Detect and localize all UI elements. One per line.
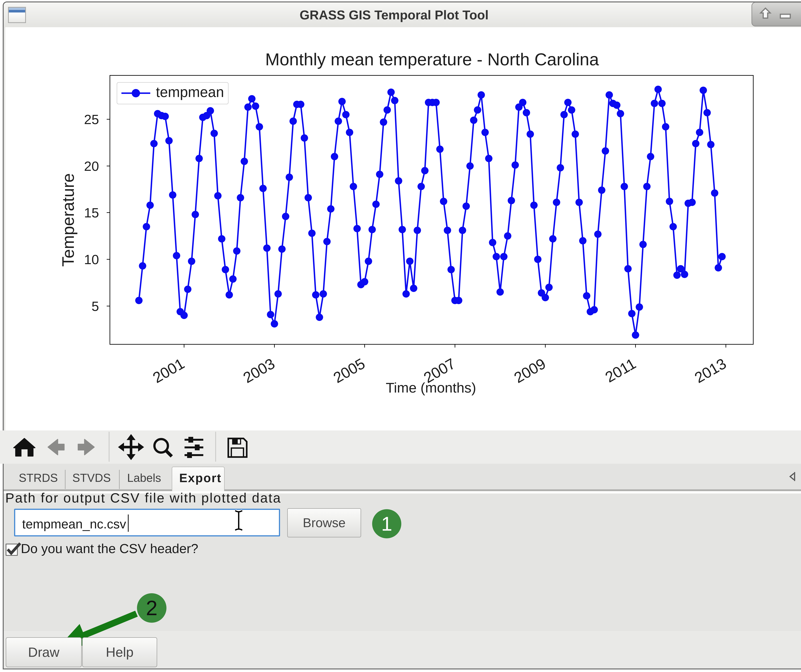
svg-text:Temperature: Temperature [59, 173, 77, 267]
svg-text:Monthly mean temperature - Nor: Monthly mean temperature - North Carolin… [265, 50, 599, 69]
svg-text:25: 25 [84, 112, 99, 127]
svg-text:15: 15 [84, 205, 99, 220]
svg-text:5: 5 [92, 299, 99, 314]
svg-text:Time (months): Time (months) [386, 380, 476, 396]
svg-text:tempmean: tempmean [156, 84, 224, 100]
svg-text:20: 20 [84, 159, 99, 174]
svg-text:10: 10 [84, 252, 99, 267]
